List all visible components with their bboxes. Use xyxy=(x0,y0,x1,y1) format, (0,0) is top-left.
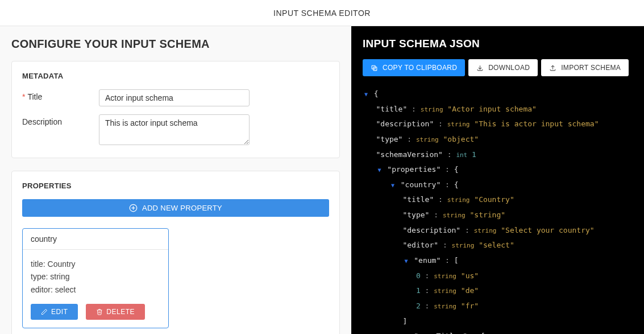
download-icon xyxy=(476,64,484,72)
properties-card: PROPERTIES ADD NEW PROPERTY country titl… xyxy=(11,171,340,334)
edit-property-button[interactable]: EDIT xyxy=(31,304,78,320)
properties-label: PROPERTIES xyxy=(22,182,329,190)
property-detail: title: Country xyxy=(31,258,160,270)
property-name: country xyxy=(23,229,168,250)
title-label: *Title xyxy=(22,89,99,101)
upload-icon xyxy=(549,64,556,72)
download-button[interactable]: DOWNLOAD xyxy=(468,59,538,76)
add-new-property-button[interactable]: ADD NEW PROPERTY xyxy=(22,199,329,217)
property-detail: editor: select xyxy=(31,283,160,296)
json-panel: INPUT SCHEMA JSON COPY TO CLIPBOARD DOWN… xyxy=(351,26,644,334)
import-schema-button[interactable]: IMPORT SCHEMA xyxy=(541,59,629,76)
trash-icon xyxy=(96,308,103,315)
left-panel: CONFIGURE YOUR INPUT SCHEMA METADATA *Ti… xyxy=(0,26,351,334)
delete-property-button[interactable]: DELETE xyxy=(86,304,145,320)
description-label: Description xyxy=(22,114,99,126)
description-textarea[interactable]: This is actor input schema xyxy=(99,114,250,145)
property-detail: type: string xyxy=(31,270,160,283)
configure-heading: CONFIGURE YOUR INPUT SCHEMA xyxy=(11,38,340,51)
metadata-card: METADATA *Title Description This is acto… xyxy=(11,61,340,158)
app-title: INPUT SCHEMA EDITOR xyxy=(273,9,371,18)
copy-icon xyxy=(371,64,378,72)
metadata-label: METADATA xyxy=(22,72,329,80)
json-heading: INPUT SCHEMA JSON xyxy=(363,38,633,50)
pencil-icon xyxy=(41,308,48,315)
app-header: INPUT SCHEMA EDITOR xyxy=(0,0,644,26)
title-input[interactable] xyxy=(99,89,250,106)
json-tree[interactable]: ▼ { "title" : string "Actor input schema… xyxy=(363,86,633,334)
copy-to-clipboard-button[interactable]: COPY TO CLIPBOARD xyxy=(363,59,465,76)
property-item-country[interactable]: country title: Country type: string edit… xyxy=(22,228,169,328)
plus-circle-icon xyxy=(129,204,138,212)
